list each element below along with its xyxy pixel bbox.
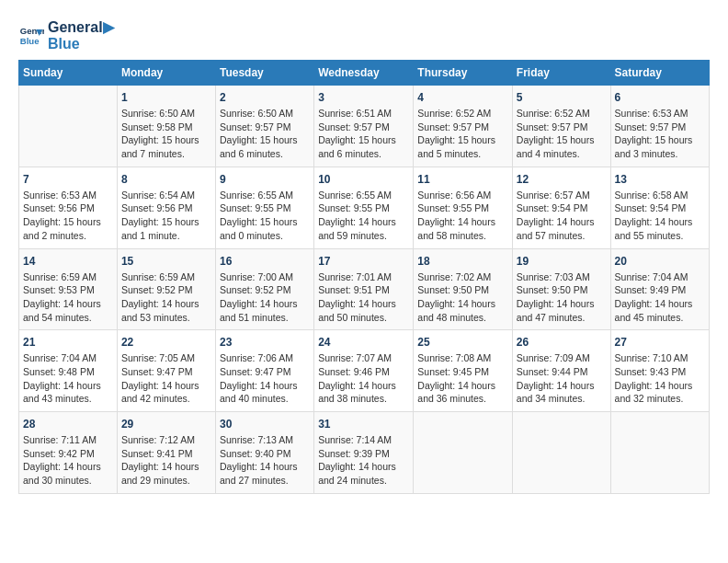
weekday-tuesday: Tuesday <box>215 61 313 86</box>
day-info: Sunrise: 6:54 AMSunset: 9:56 PMDaylight:… <box>121 189 211 243</box>
day-number: 7 <box>23 173 113 186</box>
svg-text:Blue: Blue <box>20 35 40 45</box>
logo-icon: General Blue <box>18 23 44 49</box>
calendar-cell: 6Sunrise: 6:53 AMSunset: 9:57 PMDaylight… <box>610 86 709 167</box>
day-info: Sunrise: 6:55 AMSunset: 9:55 PMDaylight:… <box>318 189 409 243</box>
day-info: Sunrise: 7:10 AMSunset: 9:43 PMDaylight:… <box>615 351 705 406</box>
calendar-cell: 7Sunrise: 6:53 AMSunset: 9:56 PMDaylight… <box>19 167 118 248</box>
weekday-thursday: Thursday <box>414 61 513 86</box>
day-info: Sunrise: 6:52 AMSunset: 9:57 PMDaylight:… <box>517 107 607 161</box>
weekday-header-row: SundayMondayTuesdayWednesdayThursdayFrid… <box>19 61 710 86</box>
calendar-table: SundayMondayTuesdayWednesdayThursdayFrid… <box>18 60 710 494</box>
page-header: General Blue General▶ Blue <box>18 18 710 52</box>
day-number: 31 <box>318 418 409 431</box>
day-info: Sunrise: 6:53 AMSunset: 9:56 PMDaylight:… <box>23 189 113 243</box>
day-info: Sunrise: 7:08 AMSunset: 9:45 PMDaylight:… <box>417 351 508 406</box>
calendar-cell: 1Sunrise: 6:50 AMSunset: 9:58 PMDaylight… <box>117 86 215 167</box>
calendar-cell <box>414 412 513 494</box>
calendar-cell: 23Sunrise: 7:06 AMSunset: 9:47 PMDayligh… <box>215 330 313 412</box>
day-number: 3 <box>318 91 409 104</box>
day-number: 18 <box>417 255 508 268</box>
day-info: Sunrise: 6:55 AMSunset: 9:55 PMDaylight:… <box>220 189 310 243</box>
calendar-cell: 10Sunrise: 6:55 AMSunset: 9:55 PMDayligh… <box>314 167 414 248</box>
day-number: 2 <box>220 91 310 104</box>
week-row-4: 21Sunrise: 7:04 AMSunset: 9:48 PMDayligh… <box>19 330 710 412</box>
week-row-3: 14Sunrise: 6:59 AMSunset: 9:53 PMDayligh… <box>19 248 710 330</box>
day-number: 16 <box>220 255 310 268</box>
day-number: 4 <box>417 91 508 104</box>
calendar-body: 1Sunrise: 6:50 AMSunset: 9:58 PMDaylight… <box>19 86 710 494</box>
week-row-2: 7Sunrise: 6:53 AMSunset: 9:56 PMDaylight… <box>19 167 710 248</box>
day-number: 19 <box>517 255 607 268</box>
day-number: 30 <box>220 418 310 431</box>
weekday-friday: Friday <box>512 61 610 86</box>
day-info: Sunrise: 7:06 AMSunset: 9:47 PMDaylight:… <box>220 351 310 406</box>
calendar-cell: 27Sunrise: 7:10 AMSunset: 9:43 PMDayligh… <box>610 330 709 412</box>
day-number: 13 <box>615 173 705 186</box>
calendar-cell: 25Sunrise: 7:08 AMSunset: 9:45 PMDayligh… <box>414 330 513 412</box>
logo: General Blue General▶ Blue <box>18 18 114 52</box>
calendar-cell: 17Sunrise: 7:01 AMSunset: 9:51 PMDayligh… <box>314 248 414 330</box>
calendar-cell: 24Sunrise: 7:07 AMSunset: 9:46 PMDayligh… <box>314 330 414 412</box>
weekday-monday: Monday <box>117 61 215 86</box>
calendar-cell: 12Sunrise: 6:57 AMSunset: 9:54 PMDayligh… <box>512 167 610 248</box>
day-number: 12 <box>517 173 607 186</box>
day-info: Sunrise: 6:59 AMSunset: 9:52 PMDaylight:… <box>121 270 211 325</box>
week-row-1: 1Sunrise: 6:50 AMSunset: 9:58 PMDaylight… <box>19 86 710 167</box>
weekday-saturday: Saturday <box>610 61 709 86</box>
day-number: 11 <box>417 173 508 186</box>
logo-text: General▶ Blue <box>48 18 114 52</box>
day-number: 29 <box>121 418 211 431</box>
day-number: 1 <box>121 91 211 104</box>
day-info: Sunrise: 7:02 AMSunset: 9:50 PMDaylight:… <box>417 270 508 325</box>
day-info: Sunrise: 7:04 AMSunset: 9:49 PMDaylight:… <box>615 270 705 325</box>
day-number: 17 <box>318 255 409 268</box>
calendar-cell: 2Sunrise: 6:50 AMSunset: 9:57 PMDaylight… <box>215 86 313 167</box>
day-info: Sunrise: 7:05 AMSunset: 9:47 PMDaylight:… <box>121 351 211 406</box>
day-info: Sunrise: 7:01 AMSunset: 9:51 PMDaylight:… <box>318 270 409 325</box>
calendar-cell: 31Sunrise: 7:14 AMSunset: 9:39 PMDayligh… <box>314 412 414 494</box>
day-number: 9 <box>220 173 310 186</box>
day-info: Sunrise: 6:53 AMSunset: 9:57 PMDaylight:… <box>615 107 705 161</box>
day-info: Sunrise: 7:07 AMSunset: 9:46 PMDaylight:… <box>318 351 409 406</box>
day-number: 5 <box>517 91 607 104</box>
calendar-cell: 22Sunrise: 7:05 AMSunset: 9:47 PMDayligh… <box>117 330 215 412</box>
day-number: 26 <box>517 336 607 349</box>
day-info: Sunrise: 6:57 AMSunset: 9:54 PMDaylight:… <box>517 189 607 243</box>
day-number: 20 <box>615 255 705 268</box>
day-info: Sunrise: 6:50 AMSunset: 9:58 PMDaylight:… <box>121 107 211 161</box>
day-number: 21 <box>23 336 113 349</box>
day-number: 15 <box>121 255 211 268</box>
day-info: Sunrise: 6:58 AMSunset: 9:54 PMDaylight:… <box>615 189 705 243</box>
weekday-wednesday: Wednesday <box>314 61 414 86</box>
day-number: 25 <box>417 336 508 349</box>
day-number: 14 <box>23 255 113 268</box>
day-info: Sunrise: 6:50 AMSunset: 9:57 PMDaylight:… <box>220 107 310 161</box>
day-info: Sunrise: 7:04 AMSunset: 9:48 PMDaylight:… <box>23 351 113 406</box>
calendar-cell: 29Sunrise: 7:12 AMSunset: 9:41 PMDayligh… <box>117 412 215 494</box>
day-info: Sunrise: 7:13 AMSunset: 9:40 PMDaylight:… <box>220 433 310 488</box>
calendar-cell: 13Sunrise: 6:58 AMSunset: 9:54 PMDayligh… <box>610 167 709 248</box>
day-number: 24 <box>318 336 409 349</box>
day-info: Sunrise: 6:59 AMSunset: 9:53 PMDaylight:… <box>23 270 113 325</box>
calendar-cell: 26Sunrise: 7:09 AMSunset: 9:44 PMDayligh… <box>512 330 610 412</box>
day-info: Sunrise: 7:09 AMSunset: 9:44 PMDaylight:… <box>517 351 607 406</box>
calendar-cell: 20Sunrise: 7:04 AMSunset: 9:49 PMDayligh… <box>610 248 709 330</box>
day-info: Sunrise: 7:12 AMSunset: 9:41 PMDaylight:… <box>121 433 211 488</box>
calendar-cell <box>19 86 118 167</box>
calendar-cell: 15Sunrise: 6:59 AMSunset: 9:52 PMDayligh… <box>117 248 215 330</box>
weekday-sunday: Sunday <box>19 61 118 86</box>
day-info: Sunrise: 7:03 AMSunset: 9:50 PMDaylight:… <box>517 270 607 325</box>
day-info: Sunrise: 6:56 AMSunset: 9:55 PMDaylight:… <box>417 189 508 243</box>
day-number: 28 <box>23 418 113 431</box>
day-number: 22 <box>121 336 211 349</box>
day-info: Sunrise: 7:00 AMSunset: 9:52 PMDaylight:… <box>220 270 310 325</box>
calendar-cell: 9Sunrise: 6:55 AMSunset: 9:55 PMDaylight… <box>215 167 313 248</box>
calendar-cell: 30Sunrise: 7:13 AMSunset: 9:40 PMDayligh… <box>215 412 313 494</box>
calendar-cell: 3Sunrise: 6:51 AMSunset: 9:57 PMDaylight… <box>314 86 414 167</box>
day-info: Sunrise: 6:51 AMSunset: 9:57 PMDaylight:… <box>318 107 409 161</box>
calendar-cell <box>512 412 610 494</box>
calendar-cell: 14Sunrise: 6:59 AMSunset: 9:53 PMDayligh… <box>19 248 118 330</box>
calendar-cell: 28Sunrise: 7:11 AMSunset: 9:42 PMDayligh… <box>19 412 118 494</box>
calendar-cell: 21Sunrise: 7:04 AMSunset: 9:48 PMDayligh… <box>19 330 118 412</box>
